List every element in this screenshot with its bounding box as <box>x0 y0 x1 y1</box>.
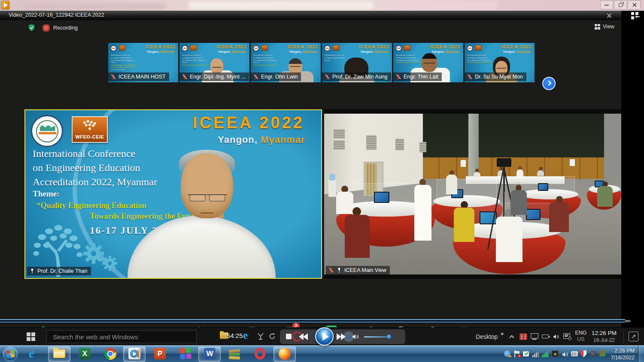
media-player-app-icon[interactable] <box>0 0 10 10</box>
mic-muted-icon <box>467 74 473 80</box>
taskbar-excel-icon[interactable]: X <box>79 348 92 360</box>
wfeo-logo <box>475 45 482 51</box>
bgwin-close-button[interactable] <box>628 0 641 9</box>
room-person <box>496 217 522 262</box>
stop-playback-button[interactable] <box>286 334 292 339</box>
share-to-device-icon[interactable] <box>257 332 264 340</box>
volume-slider-thumb[interactable] <box>386 334 392 339</box>
tray-security-check-icon[interactable] <box>523 350 530 358</box>
desktop-toolbar-label[interactable]: Desktop <box>476 333 498 340</box>
participant-name: Engr. Ohn Lwin <box>261 74 298 80</box>
tray-action-center-flag-icon[interactable]: x <box>513 350 521 358</box>
room-view-panel[interactable]: ICEEA Main View <box>324 109 621 279</box>
tray-antivirus-icon[interactable] <box>580 350 588 358</box>
taskbar-opera-icon[interactable] <box>255 348 267 360</box>
participant-thumbnail[interactable]: ICEEA 2022 Yangon, Myanmar International… <box>179 43 249 82</box>
tray-app-dark-icon[interactable] <box>590 350 597 358</box>
screen: Video_2022-07-16_122942 ICEEA 2022 Recor… <box>0 0 644 362</box>
participant-name: ICEEA MAIN HOST <box>118 74 166 80</box>
tray-signal-gray-icon[interactable] <box>532 350 540 358</box>
presentation-display-icon[interactable]: ↗ <box>629 332 638 341</box>
wfeo-logo <box>190 45 197 51</box>
banner-country-mini: Myanmar <box>160 50 175 54</box>
next-participants-button[interactable] <box>542 77 556 90</box>
clock-win7[interactable]: 2:26 PM7/16/2022 <box>604 347 635 361</box>
taskbar-winrar-icon[interactable] <box>229 350 242 362</box>
win7-taskbar: e X P <box>0 345 644 362</box>
volume-icon[interactable] <box>351 333 360 341</box>
show-desktop-button[interactable] <box>638 346 644 362</box>
toolbar-overflow-icon[interactable]: » <box>501 330 504 337</box>
banner-lines-mini: International Conferenceon Engineering E… <box>111 54 178 71</box>
bgwin-minimize-button[interactable] <box>600 0 613 9</box>
banner-theme-label: Theme: <box>33 189 59 199</box>
tray-action-center-icon[interactable] <box>563 333 571 340</box>
taskbar-media-player-icon[interactable] <box>128 348 141 360</box>
participant-thumbnail[interactable]: ICEEA 2022 Yangon, Myanmar International… <box>322 43 392 82</box>
language-indicator[interactable]: ENGUS <box>574 330 587 343</box>
taskbar-powerpoint-icon[interactable]: P <box>154 348 167 360</box>
tray-expand-caret[interactable] <box>509 335 514 340</box>
play-pause-button[interactable] <box>315 327 334 346</box>
tray-star-app-icon[interactable]: ★ <box>552 350 559 358</box>
tray-program-icon[interactable] <box>504 350 511 358</box>
banner-city-mini: Yangon, <box>147 50 160 54</box>
room-person <box>345 215 370 258</box>
wfeo-tree-icon <box>81 120 98 131</box>
start-button-win7[interactable] <box>3 347 18 361</box>
pin-icon <box>336 267 342 273</box>
tray-signal-green-icon[interactable] <box>542 350 549 358</box>
participant-thumbnail[interactable]: ICEEA 2022 Yangon, Myanmar International… <box>251 43 321 82</box>
background-window-blur <box>24 3 165 9</box>
grid-dock-icon[interactable] <box>631 12 641 20</box>
banner-theme-line1: “Quality Engineering Education <box>36 201 146 210</box>
taskbar-chrome-icon[interactable] <box>104 348 117 360</box>
room-wall <box>604 114 621 179</box>
mec-logo <box>395 45 402 51</box>
media-seekbar[interactable] <box>0 319 625 323</box>
participant-name: Dr. Su Su Myat Mon <box>475 74 523 80</box>
search-input[interactable] <box>46 330 197 343</box>
participant-thumbnail[interactable]: ICEEA 2022 Yangon, Myanmar International… <box>393 43 463 82</box>
security-shield-icon[interactable] <box>27 23 36 32</box>
view-button[interactable]: View <box>595 24 614 30</box>
room-camera <box>497 158 511 167</box>
tray-recorder-icon[interactable] <box>519 333 527 340</box>
media-controls-bar <box>280 329 405 344</box>
tray-power-icon[interactable] <box>542 335 550 341</box>
mic-muted-icon <box>253 74 259 80</box>
banner-line2: on Engineering Education <box>33 162 140 174</box>
taskbar-media-app-icon[interactable] <box>180 348 193 360</box>
taskbar-internet-explorer-icon[interactable]: e <box>29 348 42 360</box>
speaker-name-label: Prof. Dr. Chalie Than <box>37 268 88 274</box>
tray-volume-icon-win7[interactable] <box>562 351 569 358</box>
participant-glasses <box>212 67 222 68</box>
room-vent <box>419 142 426 152</box>
taskbar-file-explorer-icon[interactable] <box>53 348 66 360</box>
participant-thumbnail[interactable]: ICEEA 2022 Yangon, Myanmar International… <box>108 43 178 82</box>
wfeo-logo <box>119 45 125 51</box>
start-button-win10[interactable] <box>27 332 35 341</box>
room-person <box>510 190 527 215</box>
edge-taskbar-icon[interactable]: e <box>243 329 248 341</box>
tray-volume-icon[interactable] <box>552 333 560 340</box>
repeat-icon[interactable] <box>268 332 276 340</box>
participant-thumbnail[interactable]: ICEEA 2022 Yangon, Myanmar International… <box>465 43 535 82</box>
active-speaker-panel[interactable]: WFEO-CEIE ICEEA 2022 Yangon, Myanmar Int… <box>24 109 322 279</box>
taskbar-firefox-icon[interactable] <box>279 348 292 360</box>
banner-title: ICEEA 2022 <box>178 114 319 132</box>
wfeo-logo <box>261 45 268 51</box>
speaker-glasses <box>188 194 227 200</box>
player-close-icon[interactable] <box>607 13 612 18</box>
mic-muted-icon <box>328 267 334 273</box>
tray-display-icon[interactable] <box>531 333 538 340</box>
tray-input-icon[interactable] <box>571 350 578 358</box>
taskbar-word-icon[interactable]: W <box>204 348 217 360</box>
bgwin-maximize-button[interactable] <box>614 0 627 9</box>
clock-win10[interactable]: 12:26 PM16-Jul-22 <box>589 330 619 344</box>
background-window-blur <box>189 1 374 9</box>
room-wall <box>422 114 621 157</box>
banner-title-mini: ICEEA 2022 <box>430 44 461 49</box>
room-person <box>474 172 480 177</box>
mic-muted-icon <box>395 74 401 80</box>
